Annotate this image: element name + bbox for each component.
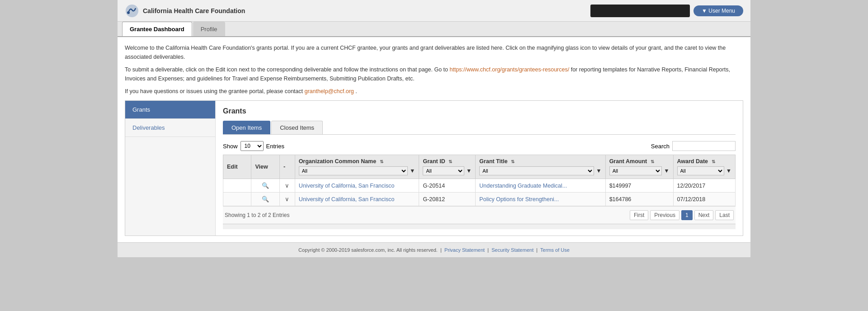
logo-icon [125, 4, 139, 18]
filter-grantid-dropdown-icon[interactable]: ▼ [466, 168, 472, 174]
grants-table: Edit View - Organization Common Name [223, 155, 736, 206]
col-header-org: Organization Common Name ⇅ All ▼ [295, 155, 419, 179]
row1-title: Understanding Graduate Medical... [476, 179, 605, 193]
copyright-text: Copyright © 2000-2019 salesforce.com, in… [298, 247, 438, 253]
filter-title-dropdown-icon[interactable]: ▼ [596, 168, 601, 174]
tab-grantee-dashboard[interactable]: Grantee Dashboard [122, 22, 192, 36]
privacy-link[interactable]: Privacy Statement [444, 247, 485, 253]
page-footer: Copyright © 2000-2019 salesforce.com, in… [118, 242, 750, 257]
sub-tabs: Open Items Closed Items [223, 121, 736, 135]
col-header-amount: Grant Amount ⇅ All ▼ [605, 155, 673, 179]
previous-button[interactable]: Previous [650, 210, 679, 220]
col-header-dash: - [279, 155, 295, 179]
current-page: 1 [681, 210, 693, 220]
row2-edit [223, 193, 251, 206]
tab-profile[interactable]: Profile [193, 22, 225, 36]
row2-chevron-icon[interactable]: ∨ [285, 196, 289, 203]
entries-select[interactable]: 10 25 50 100 [241, 141, 264, 151]
sort-amount-icon[interactable]: ⇅ [651, 159, 654, 164]
first-button[interactable]: First [630, 210, 648, 220]
horizontal-scrollbar[interactable] [223, 224, 736, 229]
col-header-title: Grant Title ⇅ All ▼ [476, 155, 605, 179]
resources-link[interactable]: https://www.chcf.org/grants/grantees-res… [449, 66, 569, 73]
sidebar-item-deliverables[interactable]: Deliverables [125, 119, 215, 137]
pagination-buttons: First Previous 1 Next Last [630, 210, 734, 220]
content-area: Grants Deliverables Grants Open Items Cl… [125, 100, 743, 236]
row1-amount: $149997 [605, 179, 673, 193]
main-tabs-bar: Grantee Dashboard Profile [118, 22, 750, 37]
row2-org: University of California, San Francisco [295, 193, 419, 206]
filter-amount-dropdown-icon[interactable]: ▼ [664, 168, 669, 174]
search-input[interactable] [672, 141, 736, 151]
logo-area: California Health Care Foundation [125, 4, 245, 18]
main-content: Welcome to the California Health Care Fo… [118, 37, 750, 242]
search-area: Search [651, 141, 736, 151]
grants-title: Grants [223, 107, 736, 115]
filter-org-dropdown-icon[interactable]: ▼ [410, 168, 415, 174]
col-header-edit: Edit [223, 155, 251, 179]
org-name: California Health Care Foundation [143, 7, 245, 14]
row1-org-link[interactable]: University of California, San Francisco [299, 183, 395, 189]
table-header-row: Edit View - Organization Common Name [223, 155, 736, 179]
col-header-view: View [251, 155, 279, 179]
filter-date-dropdown-icon[interactable]: ▼ [726, 168, 731, 174]
sidebar-item-grants[interactable]: Grants [125, 101, 215, 119]
row2-amount: $164786 [605, 193, 673, 206]
sort-date-icon[interactable]: ⇅ [712, 159, 715, 164]
col-header-date: Award Date ⇅ All ▼ [673, 155, 735, 179]
row2-title: Policy Options for Strengtheni... [476, 193, 605, 206]
svg-point-1 [127, 11, 130, 14]
row1-expand[interactable]: ∨ [279, 179, 295, 193]
intro-line2: To submit a deliverable, click on the Ed… [125, 65, 743, 83]
intro-line1: Welcome to the California Health Care Fo… [125, 43, 743, 61]
last-button[interactable]: Last [715, 210, 734, 220]
filter-date-select[interactable]: All [677, 166, 724, 175]
user-menu-button[interactable]: ▼ User Menu [693, 5, 743, 16]
row1-view[interactable]: 🔍 [251, 179, 279, 193]
sort-title-icon[interactable]: ⇅ [511, 159, 514, 164]
filter-amount-select[interactable]: All [609, 166, 662, 175]
row2-org-link[interactable]: University of California, San Francisco [299, 196, 395, 203]
row2-view[interactable]: 🔍 [251, 193, 279, 206]
header-bar [590, 5, 690, 17]
row1-chevron-icon[interactable]: ∨ [285, 182, 289, 189]
sort-org-icon[interactable]: ⇅ [380, 159, 383, 164]
row2-expand[interactable]: ∨ [279, 193, 295, 206]
search-label: Search [651, 143, 670, 150]
row2-date: 07/12/2018 [673, 193, 735, 206]
row1-edit [223, 179, 251, 193]
show-label: Show [223, 143, 238, 150]
row1-view-icon[interactable]: 🔍 [262, 182, 269, 189]
filter-title-select[interactable]: All [479, 166, 594, 175]
table-controls: Show 10 25 50 100 Entries Search [223, 141, 736, 151]
row1-grantid: G-20514 [419, 179, 476, 193]
table-row: 🔍 ∨ University of California, San Franci… [223, 193, 736, 206]
row2-grantid: G-20812 [419, 193, 476, 206]
table-row: 🔍 ∨ University of California, San Franci… [223, 179, 736, 193]
sub-tab-open[interactable]: Open Items [223, 121, 270, 134]
pagination-row: Showing 1 to 2 of 2 Entries First Previo… [223, 206, 736, 224]
showing-text: Showing 1 to 2 of 2 Entries [225, 212, 289, 218]
row1-title-link[interactable]: Understanding Graduate Medical... [479, 183, 567, 189]
header-right: ▼ User Menu [590, 5, 743, 17]
show-entries: Show 10 25 50 100 Entries [223, 141, 284, 151]
sidebar: Grants Deliverables [125, 101, 216, 236]
next-button[interactable]: Next [694, 210, 714, 220]
grants-section: Grants Open Items Closed Items Show 10 2… [216, 101, 743, 236]
col-header-grantid: Grant ID ⇅ All ▼ [419, 155, 476, 179]
contact-link[interactable]: granthelp@chcf.org [304, 88, 354, 94]
sort-grantid-icon[interactable]: ⇅ [448, 159, 452, 164]
entries-label: Entries [266, 143, 284, 150]
row1-date: 12/20/2017 [673, 179, 735, 193]
row2-title-link[interactable]: Policy Options for Strengtheni... [479, 196, 559, 203]
security-link[interactable]: Security Statement [491, 247, 533, 253]
filter-grantid-select[interactable]: All [423, 166, 464, 175]
sub-tab-closed[interactable]: Closed Items [271, 121, 323, 134]
page-header: California Health Care Foundation ▼ User… [118, 0, 750, 22]
terms-link[interactable]: Terms of Use [540, 247, 570, 253]
intro-line3: If you have questions or issues using th… [125, 87, 743, 96]
filter-org-select[interactable]: All [299, 166, 408, 175]
row1-org: University of California, San Francisco [295, 179, 419, 193]
row2-view-icon[interactable]: 🔍 [262, 196, 269, 203]
